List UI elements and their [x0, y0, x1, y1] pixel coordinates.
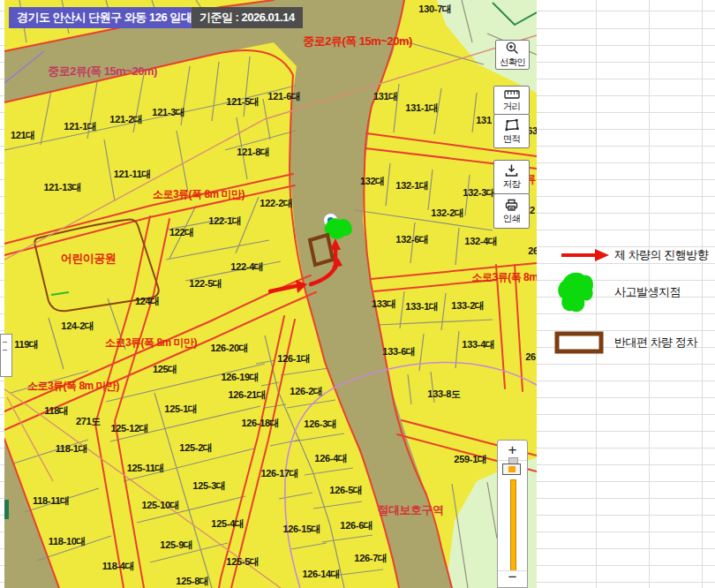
legend-item-stopped-vehicle: 반대편 차량 정차	[553, 330, 697, 355]
distance-button[interactable]: 거리	[493, 86, 530, 115]
print-button[interactable]: 인쇄	[493, 193, 530, 229]
area-button[interactable]: 면적	[493, 114, 530, 148]
ruler-icon	[504, 88, 520, 100]
legend-panel: 제 차량의 진행방향 사고발생지점 반대편 차량 정차	[537, 0, 715, 588]
save-button[interactable]: 저장	[493, 160, 530, 194]
red-arrow-icon	[554, 245, 611, 265]
left-grid-strip	[0, 0, 4, 588]
zoom-slider-handle[interactable]	[502, 464, 521, 475]
map-title-badge: 경기도 안산시 단원구 와동 126 일대	[9, 7, 199, 28]
printer-icon	[504, 198, 519, 212]
legend-item-accident: 사고발생지점	[553, 270, 681, 314]
zoom-out-button[interactable]: −	[498, 570, 527, 587]
green-blob-icon	[553, 270, 611, 314]
magnifier-plus-icon	[505, 41, 520, 56]
map-graphics	[0, 0, 537, 588]
zoom-slider-track[interactable]	[510, 479, 516, 571]
legend-label-direction: 제 차량의 진행방향	[614, 247, 708, 263]
line-check-label: 선확인	[500, 57, 525, 69]
line-check-button[interactable]: 선확인	[495, 40, 530, 70]
base-date-badge: 기준일 : 2026.01.14	[192, 7, 303, 28]
save-download-icon	[504, 163, 519, 177]
brown-rectangle-icon	[553, 330, 611, 355]
zoom-control: + −	[497, 440, 528, 588]
legend-label-accident: 사고발생지점	[614, 284, 681, 300]
legend-label-stopped-vehicle: 반대편 차량 정차	[614, 335, 697, 351]
area-label: 면적	[503, 133, 520, 146]
screen: 130-7대121-6대121-5대121-3대121-2대121-1대121대…	[0, 0, 715, 588]
distance-label: 거리	[503, 101, 520, 113]
left-edge-widget	[0, 334, 12, 377]
map-canvas[interactable]: 130-7대121-6대121-5대121-3대121-2대121-1대121대…	[0, 0, 537, 588]
print-label: 인쇄	[503, 213, 520, 225]
legend-item-direction: 제 차량의 진행방향	[554, 244, 708, 267]
area-polygon-icon	[504, 117, 520, 132]
save-label: 저장	[503, 178, 520, 191]
